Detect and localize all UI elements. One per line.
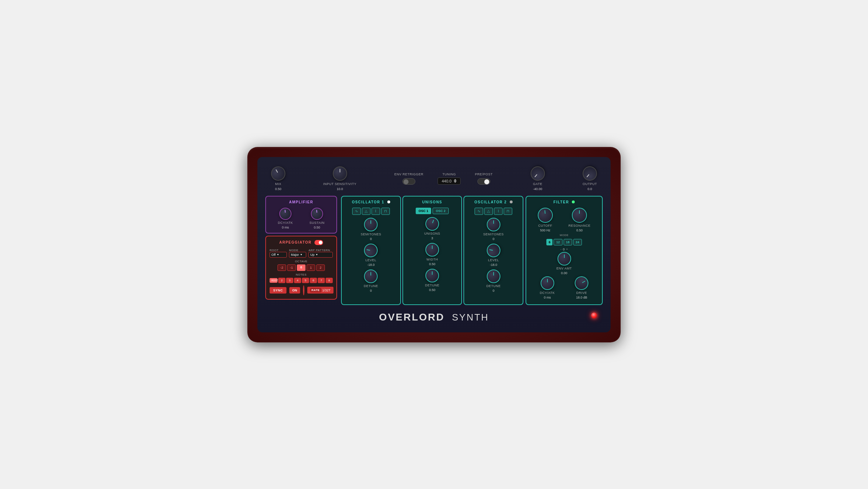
filter-dcy-atk-wrap: DCY/ATK 0 ms: [540, 276, 555, 299]
octave-btn-neg2[interactable]: -2: [277, 264, 286, 271]
arp-pattern-arrow: ▼: [316, 253, 318, 256]
env-amt-knob[interactable]: [557, 252, 571, 266]
gate-knob[interactable]: [528, 163, 548, 183]
resonance-knob[interactable]: [572, 208, 587, 223]
unisons-value: 3: [431, 236, 433, 240]
note-btn-6[interactable]: 6: [310, 278, 317, 283]
octave-btn-neg1[interactable]: -1: [287, 264, 296, 271]
output-value: 0.0: [588, 187, 592, 191]
notes-row: ROOT 2 3 4 5 6 7 8: [270, 278, 333, 283]
input-sensitivity-value: 10.0: [337, 187, 343, 191]
note-btn-5[interactable]: 5: [302, 278, 309, 283]
osc2-wave-tri[interactable]: △: [484, 208, 493, 215]
osc2-semitones-label: SEMITONES: [483, 232, 504, 236]
osc1-level-knob[interactable]: [363, 242, 379, 258]
cutoff-label: CUTOFF: [538, 224, 552, 227]
output-knob[interactable]: [580, 163, 600, 183]
note-btn-root[interactable]: ROOT: [270, 278, 277, 283]
mode-btn-6[interactable]: 6: [546, 239, 552, 245]
osc1-wave-tri[interactable]: △: [362, 208, 370, 215]
pre-post-thumb: [484, 179, 489, 184]
note-btn-4[interactable]: 4: [294, 278, 301, 283]
osc1-semitones-value: 0: [370, 237, 372, 241]
power-led[interactable]: [591, 313, 597, 318]
filter-dcy-atk-knob[interactable]: [541, 276, 554, 290]
mix-knob[interactable]: [269, 163, 288, 183]
osc1-semitones-wrap: SEMITONES 0: [345, 218, 397, 241]
osc1-level-label: LEVEL: [365, 258, 377, 262]
osc1-wave-sq[interactable]: ⊓: [381, 208, 390, 215]
arp-toggle[interactable]: [314, 240, 323, 245]
mode-btn-18[interactable]: 18: [564, 239, 572, 245]
arp-pattern-select[interactable]: Up ▼: [308, 252, 333, 258]
gate-group: GATE -40.00: [531, 166, 545, 191]
osc2-title: OSCILLATOR 2: [474, 200, 507, 204]
osc1-detune-knob[interactable]: [364, 269, 378, 283]
sync-row: SYNC ON RATE 1/32T: [270, 285, 333, 295]
osc2-semitones-knob[interactable]: [487, 218, 500, 231]
sync-on-button[interactable]: ON: [289, 287, 300, 294]
unisons-detune-knob[interactable]: [425, 269, 439, 282]
note-btn-7[interactable]: 7: [318, 278, 325, 283]
mode-section-title: MODE: [530, 234, 598, 237]
osc1-semitones-knob[interactable]: [364, 218, 378, 231]
osc1-wave-saw[interactable]: ⌇: [372, 208, 380, 215]
tuning-up-arrow[interactable]: [454, 179, 457, 181]
osc2-wave-sq[interactable]: ⊓: [504, 208, 512, 215]
tuning-label: TUNING: [442, 172, 456, 176]
osc2-detune-knob[interactable]: [487, 269, 500, 283]
pre-post-toggle[interactable]: [477, 178, 490, 185]
note-btn-2[interactable]: 2: [278, 278, 285, 283]
arp-rate-knob[interactable]: [303, 285, 304, 295]
unisons-width-knob[interactable]: [425, 243, 439, 257]
mode-btn-12[interactable]: 12: [554, 239, 562, 245]
pre-post-label: PRE/POST: [475, 172, 493, 176]
osc1-title: OSCILLATOR 1: [352, 200, 384, 204]
env-amt-row: - 0 +: [530, 248, 598, 251]
octave-btn-2[interactable]: 2: [316, 264, 325, 271]
filter-drive-label: DRIVE: [576, 291, 587, 295]
octave-btn-1[interactable]: 1: [307, 264, 315, 271]
mix-value: 0.50: [275, 187, 281, 191]
unisons-detune-value: 0.50: [429, 288, 435, 292]
filter-bottom-row: DCY/ATK 0 ms DRIVE 18.0 dB: [530, 276, 598, 299]
tuning-down-arrow[interactable]: [454, 181, 457, 183]
osc2-wave-saw[interactable]: ⌇: [494, 208, 503, 215]
root-value: Off: [271, 253, 276, 257]
amplifier-title: AMPLIFIER: [289, 200, 313, 204]
osc2-wave-sine[interactable]: ∿: [475, 208, 483, 215]
cutoff-knob[interactable]: [537, 207, 554, 223]
osc1-header: OSCILLATOR 1: [345, 200, 397, 204]
rate-display: RATE 1/32T: [307, 287, 333, 294]
arp-pattern-value: Up: [310, 253, 314, 257]
env-retrigger-thumb: [403, 179, 409, 184]
right-panel: FILTER CUTOFF 500 Hz RESONANCE: [526, 196, 603, 305]
osc2-selector-btn[interactable]: OSC 2: [433, 208, 449, 214]
osc1-selector-btn[interactable]: OSC 1: [416, 208, 431, 214]
octave-btn-0[interactable]: 0: [297, 264, 305, 271]
env-retrigger-group: ENV RETRIGGER: [394, 172, 423, 185]
note-btn-3[interactable]: 3: [286, 278, 293, 283]
input-sensitivity-group: INPUT SENSITIVITY 10.0: [323, 166, 356, 191]
mix-label: MIX: [275, 182, 281, 186]
note-btn-8[interactable]: 8: [326, 278, 333, 283]
mode-btn-24[interactable]: 24: [573, 239, 582, 245]
tuning-group: TUNING 440.0: [438, 172, 461, 185]
sustain-label: SUSTAIN: [309, 221, 325, 225]
env-retrigger-toggle[interactable]: [402, 178, 415, 185]
unisons-count-knob[interactable]: [424, 215, 441, 232]
input-sensitivity-knob[interactable]: [333, 166, 347, 181]
tuning-display[interactable]: 440.0: [438, 177, 461, 185]
dcy-atk-knob[interactable]: [279, 207, 292, 220]
osc2-dot: [510, 200, 513, 203]
arpeggiator-panel: ARPEGGIATOR ROOT Off ▼ M: [265, 236, 337, 300]
mode-select[interactable]: Major ▼: [289, 252, 306, 258]
arp-pattern-label: ARP PATTERN: [308, 249, 333, 252]
sustain-knob[interactable]: [311, 207, 324, 220]
osc1-wave-sine[interactable]: ∿: [352, 208, 361, 215]
brand-model: SYNTH: [452, 312, 489, 323]
osc2-level-knob[interactable]: [486, 242, 501, 258]
filter-drive-knob[interactable]: [572, 274, 591, 292]
root-select[interactable]: Off ▼: [270, 252, 287, 258]
sync-button[interactable]: SYNC: [270, 287, 286, 294]
